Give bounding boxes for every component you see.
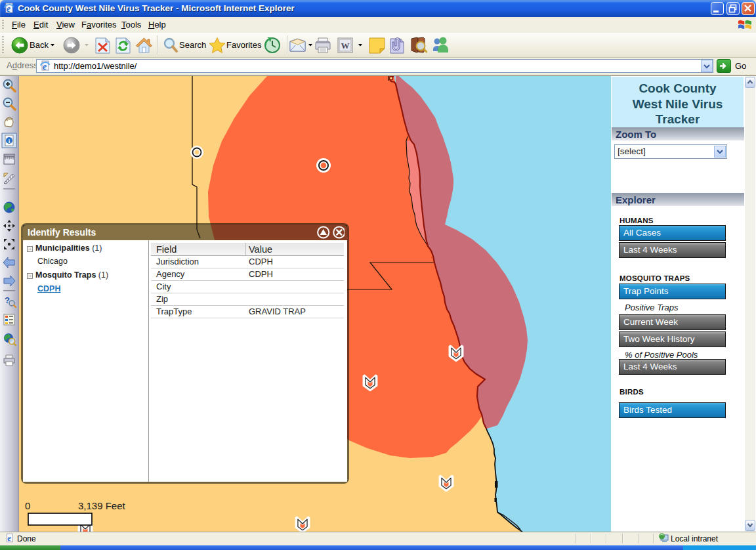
svg-text:3,139 Feet: 3,139 Feet [78,500,126,511]
svg-text:e: e [7,534,11,543]
svg-text:0: 0 [25,500,30,511]
svg-text:W: W [341,41,350,51]
